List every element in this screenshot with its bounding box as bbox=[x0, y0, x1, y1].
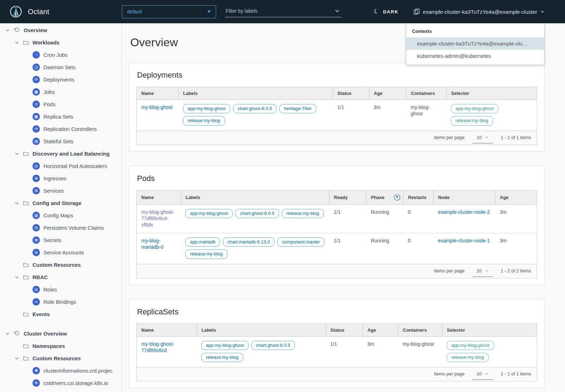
chevron-down-icon bbox=[540, 10, 545, 14]
label-filter-input[interactable]: Filter by labels bbox=[225, 6, 341, 17]
sidebar-item-label: Custom Resources bbox=[32, 262, 81, 268]
datagrid-replicasets: NameLabelsStatusAgeContainersSelectormy-… bbox=[136, 324, 537, 382]
filter-icon[interactable] bbox=[394, 194, 400, 201]
sidebar-item-services[interactable]: ⊞Services bbox=[0, 185, 121, 197]
page-size-select[interactable]: 10 bbox=[472, 371, 493, 376]
page-size-value: 10 bbox=[477, 268, 482, 273]
column-header-label: Selector bbox=[451, 91, 469, 96]
sidebar-item-csidrivers-csi-storage-k8s-io[interactable]: ✲csidrivers.csi.storage.k8s.io bbox=[0, 377, 121, 389]
resource-link[interactable]: my-blog-ghost-77df85c6cd-vf6dx bbox=[141, 209, 176, 228]
sidebar-item-config-and-storage[interactable]: Config and Storage bbox=[0, 197, 121, 209]
card-replicasets: ReplicaSetsNameLabelsStatusAgeContainers… bbox=[129, 299, 545, 388]
sidebar-item-cluster-overview[interactable]: Cluster Overview bbox=[0, 327, 121, 340]
chevron-down-icon[interactable] bbox=[5, 331, 10, 336]
namespace-select[interactable]: default bbox=[122, 5, 216, 18]
column-header-selector: Selector bbox=[442, 324, 537, 337]
cell-text: my-blog-ghost bbox=[403, 341, 434, 347]
sidebar-item-daemon-sets[interactable]: ◫Daemon Sets bbox=[0, 61, 121, 73]
chevron-down-icon[interactable] bbox=[14, 201, 19, 206]
data-table: NameLabelsStatusAgeContainersSelectormy-… bbox=[137, 87, 537, 131]
folder-icon bbox=[23, 151, 29, 156]
column-header-label: Name bbox=[141, 195, 154, 200]
sidebar-item-stateful-sets[interactable]: ▤Stateful Sets bbox=[0, 135, 121, 147]
selector-pills: app:my-blog-ghostrelease:my-blog bbox=[451, 104, 532, 126]
sidebar-item-events[interactable]: Events bbox=[0, 308, 121, 320]
sidebar-item-clusterinformations-crd-projec[interactable]: ✱clusterinformations.crd.projec bbox=[0, 364, 121, 377]
cell-text: Running bbox=[371, 238, 389, 243]
card-deployments: DeploymentsNameLabelsStatusAgeContainers… bbox=[129, 62, 545, 152]
sidebar-item-label: Namespaces bbox=[32, 343, 65, 349]
pagination-footer: Items per page101 - 2 of 2 items bbox=[137, 264, 537, 278]
chevron-down-icon[interactable] bbox=[5, 28, 10, 33]
resource-icon: ⊙ bbox=[32, 101, 40, 108]
label-pill: release:my-blog bbox=[183, 116, 225, 125]
cell-text: 3m bbox=[374, 104, 380, 110]
sidebar-item-config-maps[interactable]: ▥Config Maps bbox=[0, 209, 121, 222]
folder-icon bbox=[23, 40, 29, 45]
chevron-down-icon[interactable] bbox=[14, 275, 19, 280]
resource-icon: ⟳ bbox=[32, 76, 40, 83]
sidebar-item-rbac[interactable]: RBAC bbox=[0, 271, 121, 283]
column-header-label: Name bbox=[141, 327, 154, 333]
resource-link[interactable]: example-cluster-node-1 bbox=[438, 237, 490, 244]
sidebar-item-role-bindings[interactable]: ∞Role Bindings bbox=[0, 296, 121, 308]
sidebar-item-label: Config Maps bbox=[43, 212, 73, 218]
sidebar-item-overview[interactable]: Overview bbox=[0, 24, 121, 36]
page-size-select[interactable]: 10 bbox=[472, 268, 493, 273]
sidebar-item-replication-controllers[interactable]: ⟲Replication Controllers bbox=[0, 123, 121, 135]
folder-icon bbox=[23, 275, 29, 280]
sidebar-item-deployments[interactable]: ⟳Deployments bbox=[0, 73, 121, 86]
resource-link[interactable]: my-blog-mariadb-0 bbox=[141, 237, 176, 250]
theme-toggle[interactable]: ☾ DARK bbox=[374, 8, 399, 15]
resource-link[interactable]: my-blog-ghost bbox=[141, 104, 173, 110]
resource-icon: ⊠ bbox=[32, 236, 40, 244]
sidebar-item-custom-resources[interactable]: Custom Resources bbox=[0, 259, 121, 271]
context-option-kubernetes-admin-kubernetes[interactable]: kubernetes-admin@kubernetes bbox=[406, 50, 544, 62]
resource-icon: ⊗ bbox=[32, 175, 40, 182]
cell-text: my-blog-ghost bbox=[411, 104, 430, 116]
resource-link[interactable]: example-cluster-node-2 bbox=[438, 209, 490, 215]
label-pill: app:my-blog-ghost bbox=[201, 341, 249, 350]
sidebar-item-custom-resources[interactable]: Custom Resources bbox=[0, 352, 121, 364]
sidebar-item-namespaces[interactable]: Namespaces bbox=[0, 340, 121, 352]
page-size-select[interactable]: 10 bbox=[472, 135, 493, 140]
theme-toggle-label: DARK bbox=[383, 9, 399, 14]
column-header-label: Age bbox=[500, 195, 509, 200]
sidebar-item-service-accounts[interactable]: ⊛Service Accounts bbox=[0, 246, 121, 259]
table-row: my-blog-ghostapp:my-blog-ghostchart:ghos… bbox=[137, 100, 537, 131]
items-per-page-label: Items per page bbox=[434, 135, 465, 140]
sidebar-item-secrets[interactable]: ⊠Secrets bbox=[0, 234, 121, 246]
sidebar-item-discovery-and-load-balancing[interactable]: Discovery and Load Balancing bbox=[0, 147, 121, 160]
sidebar-item-horizontal-pod-autoscalers[interactable]: ◎Horizontal Pod Autoscalers bbox=[0, 160, 121, 172]
column-header-label: Labels bbox=[186, 195, 200, 200]
cell-text: 3m bbox=[500, 209, 506, 215]
column-header-status: Status bbox=[326, 324, 363, 337]
sidebar-item-replica-sets[interactable]: ▣Replica Sets bbox=[0, 110, 121, 123]
sidebar-item-workloads[interactable]: Workloads bbox=[0, 36, 121, 49]
table-cell: 1/1 bbox=[329, 204, 366, 233]
sidebar-item-label: csidrivers.csi.storage.k8s.io bbox=[43, 380, 108, 386]
label-pill: app:my-blog-ghost bbox=[185, 209, 233, 218]
datagrid-pods: NameLabelsReadyPhaseRestartsNodeAgemy-bl… bbox=[136, 190, 537, 278]
pagination-footer: Items per page101 - 1 of 1 items bbox=[137, 131, 537, 145]
resource-link[interactable]: my-blog-ghost-77df85c6cd bbox=[141, 341, 192, 354]
sidebar-item-cron-jobs[interactable]: ◔Cron Jobs bbox=[0, 49, 121, 61]
chevron-down-icon[interactable] bbox=[14, 151, 19, 156]
chevron-down-icon bbox=[485, 135, 489, 139]
resource-icon: ◎ bbox=[32, 286, 40, 293]
sidebar-item-jobs[interactable]: ▦Jobs bbox=[0, 86, 121, 98]
sidebar-item-label: Custom Resources bbox=[32, 355, 81, 361]
column-header-label: Ready bbox=[334, 195, 348, 200]
column-header-label: Containers bbox=[403, 327, 427, 333]
context-selector[interactable]: example-cluster-ka3TuTzYo4a@example-clus… bbox=[414, 8, 545, 15]
sidebar-item-roles[interactable]: ◎Roles bbox=[0, 283, 121, 296]
chevron-down-icon[interactable] bbox=[14, 356, 19, 361]
sidebar-item-persistent-volume-claims[interactable]: ⊟Persistent Volume Claims bbox=[0, 222, 121, 234]
sidebar-item-pods[interactable]: ⊙Pods bbox=[0, 98, 121, 110]
data-table: NameLabelsStatusAgeContainersSelectormy-… bbox=[137, 324, 537, 367]
context-option-example-cluster-ka3tutzyo4a-example-clu[interactable]: example-cluster-ka3TuTzYo4a@example-clu… bbox=[406, 37, 544, 50]
label-pill: release:my-blog bbox=[451, 116, 493, 125]
table-cell: app:my-blog-ghostrelease:my-blog bbox=[442, 336, 537, 367]
sidebar-item-ingresses[interactable]: ⊗Ingresses bbox=[0, 172, 121, 185]
chevron-down-icon[interactable] bbox=[14, 40, 19, 45]
